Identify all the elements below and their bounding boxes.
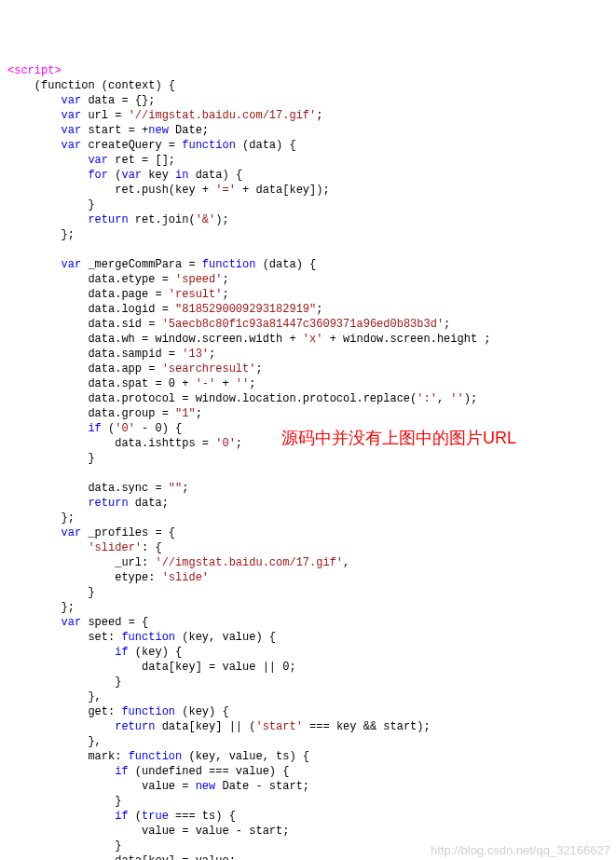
code-line: data.sampid = '13'; — [7, 348, 215, 361]
code-line: } — [7, 586, 95, 599]
code-line: ret.push(key + '=' + data[key]); — [7, 184, 330, 197]
code-line: var _profiles = { — [7, 526, 175, 539]
code-line: data.spat = 0 + '-' + ''; — [7, 377, 255, 390]
code-line: var speed = { — [7, 616, 148, 629]
code-line: }; — [7, 512, 75, 525]
code-line: 'slider': { — [7, 541, 162, 554]
code-line: data.logid = "8185290009293182919"; — [7, 303, 322, 316]
code-line: data.etype = 'speed'; — [7, 273, 229, 286]
watermark-text: http://blog.csdn.net/qq_32166627 — [431, 843, 610, 858]
code-line: }, — [7, 690, 102, 703]
code-line: if (key) { — [7, 646, 182, 659]
code-line: etype: 'slide' — [7, 571, 209, 584]
code-line: (function (context) { — [7, 79, 175, 92]
code-line: var _mergeCommPara = function (data) { — [7, 258, 316, 271]
code-line: data.sync = ""; — [7, 482, 188, 495]
code-line: data.page = 'result'; — [7, 288, 229, 301]
code-line: return ret.join('&'); — [7, 213, 229, 226]
code-line: data.wh = window.screen.width + 'x' + wi… — [7, 333, 491, 346]
code-line: data.sid = '5aecb8c80f1c93a81447c3609371… — [7, 318, 450, 331]
code-line: value = new Date - start; — [7, 780, 309, 793]
code-line: data.app = 'searchresult'; — [7, 362, 263, 375]
code-line: get: function (key) { — [7, 705, 229, 718]
code-line: data.group = "1"; — [7, 407, 202, 420]
code-line: data[key] = value || 0; — [7, 661, 296, 674]
code-line: if (undefined === value) { — [7, 765, 289, 778]
code-line: }; — [7, 228, 75, 241]
code-line: data[key] = value; — [7, 854, 236, 860]
code-line: } — [7, 198, 95, 212]
code-line: return data[key] || ('start' === key && … — [7, 720, 431, 733]
code-line: } — [7, 840, 121, 853]
code-line: var url = '//imgstat.baidu.com/17.gif'; — [7, 109, 322, 122]
code-line: return data; — [7, 497, 169, 510]
tag-open: <script> — [7, 64, 62, 77]
code-line: data.protocol = window.location.protocol… — [7, 392, 477, 405]
code-line: var ret = []; — [7, 154, 175, 167]
code-line: if ('0' - 0) { — [7, 422, 182, 435]
code-line: data.ishttps = '0'; — [7, 437, 242, 450]
code-line: } — [7, 452, 95, 465]
code-line: value = value - start; — [7, 825, 289, 838]
annotation-text: 源码中并没有上图中的图片URL — [281, 430, 516, 445]
code-line: var start = +new Date; — [7, 124, 209, 137]
code-line: mark: function (key, value, ts) { — [7, 750, 309, 763]
code-line: for (var key in data) { — [7, 169, 242, 182]
code-line: var data = {}; — [7, 94, 155, 107]
code-line: }, — [7, 735, 102, 748]
code-line: }; — [7, 601, 75, 614]
code-line: set: function (key, value) { — [7, 631, 276, 644]
code-line: var createQuery = function (data) { — [7, 139, 296, 152]
code-line: if (true === ts) { — [7, 810, 236, 823]
code-line: } — [7, 676, 121, 689]
code-block: <script> (function (context) { var data … — [7, 63, 609, 860]
code-line: _url: '//imgstat.baidu.com/17.gif', — [7, 556, 349, 569]
code-line: } — [7, 795, 121, 808]
